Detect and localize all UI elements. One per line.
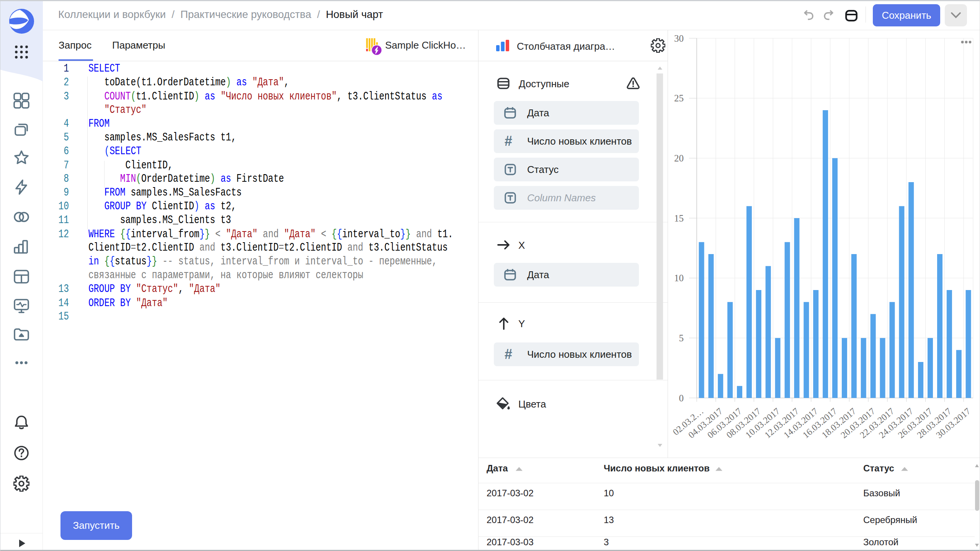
svg-text:0: 0 [679, 393, 684, 403]
svg-text:10: 10 [674, 273, 684, 283]
svg-text:5: 5 [679, 333, 684, 343]
svg-text:25: 25 [674, 93, 684, 103]
svg-text:30: 30 [674, 33, 684, 44]
svg-text:15: 15 [674, 213, 684, 223]
svg-text:20: 20 [674, 153, 684, 163]
